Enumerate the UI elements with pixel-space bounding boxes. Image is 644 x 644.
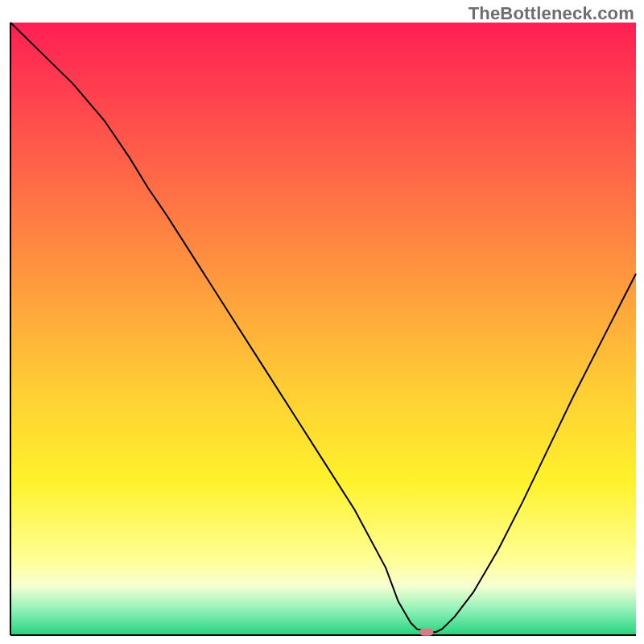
minimum-marker bbox=[419, 629, 433, 636]
chart-container: TheBottleneck.com bbox=[0, 0, 644, 644]
watermark-label: TheBottleneck.com bbox=[469, 3, 634, 24]
plot-background bbox=[10, 23, 636, 635]
bottleneck-chart bbox=[0, 0, 644, 644]
